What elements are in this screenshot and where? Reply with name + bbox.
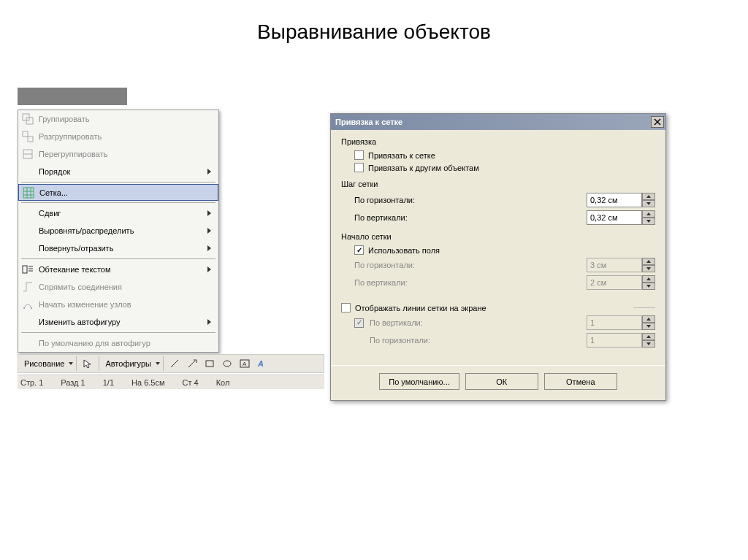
select-objects-button[interactable] bbox=[80, 356, 96, 372]
menu-item-set-defaults[interactable]: По умолчанию для автофигур bbox=[18, 334, 218, 352]
spacing-h-spinner[interactable] bbox=[587, 193, 655, 207]
origin-v-label: По вертикали: bbox=[354, 278, 582, 287]
default-button[interactable]: По умолчанию... bbox=[379, 373, 459, 390]
origin-v-input bbox=[587, 275, 642, 290]
menu-item-nudge[interactable]: Сдвиг bbox=[18, 204, 218, 222]
blank-icon bbox=[20, 205, 36, 221]
menu-item-edit-points[interactable]: Начать изменение узлов bbox=[18, 296, 218, 313]
blank-icon bbox=[20, 335, 36, 351]
toolbar-separator bbox=[76, 356, 77, 371]
snap-to-grid-row[interactable]: Привязать к сетке bbox=[354, 150, 655, 160]
chevron-right-icon bbox=[207, 169, 211, 174]
chevron-down-icon bbox=[646, 267, 651, 270]
spin-down-button[interactable] bbox=[642, 200, 655, 207]
svg-rect-11 bbox=[23, 266, 27, 273]
menu-label: Разгруппировать bbox=[39, 132, 214, 141]
status-column: Кол bbox=[216, 378, 230, 387]
display-grid-row[interactable]: Отображать линии сетки на экране bbox=[341, 303, 655, 312]
snap-to-grid-dialog: Привязка к сетке Привязка Привязать к се… bbox=[330, 113, 666, 401]
snap-to-objects-row[interactable]: Привязать к другим объектам bbox=[354, 163, 655, 172]
display-grid-checkbox[interactable] bbox=[341, 303, 351, 312]
menu-separator bbox=[21, 258, 215, 259]
edit-points-icon bbox=[20, 296, 36, 312]
spin-up-button[interactable] bbox=[642, 210, 655, 218]
svg-rect-2 bbox=[23, 131, 28, 137]
spacing-v-label: По вертикали: bbox=[354, 213, 582, 222]
grid-icon bbox=[20, 185, 37, 201]
menu-item-text-wrap[interactable]: Обтекание текстом bbox=[18, 261, 218, 278]
drawing-label: Рисование bbox=[21, 359, 67, 368]
menu-item-regroup[interactable]: Перегруппировать bbox=[18, 145, 218, 163]
use-margins-checkbox[interactable] bbox=[354, 245, 364, 255]
blank-icon bbox=[20, 240, 36, 256]
display-h-spinner bbox=[587, 333, 655, 348]
display-v-spinner bbox=[587, 315, 655, 330]
menu-item-rotate[interactable]: Повернуть/отразить bbox=[18, 239, 218, 257]
snap-to-objects-label: Привязать к другим объектам bbox=[368, 164, 479, 172]
snap-to-objects-checkbox[interactable] bbox=[354, 163, 364, 172]
display-h-input bbox=[587, 333, 642, 348]
menu-label: Перегруппировать bbox=[39, 150, 214, 158]
menu-item-reroute[interactable]: Спрямить соединения bbox=[18, 278, 218, 296]
chevron-up-icon bbox=[646, 260, 651, 263]
use-margins-row[interactable]: Использовать поля bbox=[354, 245, 655, 255]
use-margins-label: Использовать поля bbox=[368, 246, 440, 255]
chevron-down-icon bbox=[646, 325, 651, 328]
chevron-down-icon bbox=[646, 202, 651, 205]
blank-icon bbox=[20, 164, 36, 180]
chevron-up-icon bbox=[646, 318, 651, 321]
menu-item-ungroup[interactable]: Разгруппировать bbox=[18, 128, 218, 145]
spin-down-button bbox=[642, 323, 655, 330]
drawing-toolbar: Рисование Автофигуры A A bbox=[18, 354, 324, 373]
left-panel: Группировать Разгруппировать Перегруппир… bbox=[18, 88, 329, 389]
spacing-h-label: По горизонтали: bbox=[354, 196, 582, 204]
dialog-title: Привязка к сетке bbox=[335, 118, 402, 126]
dialog-button-row: По умолчанию... ОК Отмена bbox=[331, 365, 665, 400]
status-section: Разд 1 bbox=[61, 378, 85, 387]
wordart-tool-button[interactable]: A bbox=[254, 356, 270, 372]
menu-item-change-autoshape[interactable]: Изменить автофигуру bbox=[18, 313, 218, 331]
spin-down-button bbox=[642, 265, 655, 272]
spin-up-button[interactable] bbox=[642, 193, 655, 200]
autoshapes-menu-button[interactable]: Автофигуры bbox=[102, 359, 160, 368]
spin-up-button bbox=[642, 275, 655, 283]
menu-label: Порядок bbox=[39, 167, 207, 176]
ok-button[interactable]: ОК bbox=[465, 373, 538, 390]
spin-down-button[interactable] bbox=[642, 218, 655, 225]
spacing-v-input[interactable] bbox=[587, 210, 642, 225]
menu-item-align[interactable]: Выровнять/распределить bbox=[18, 222, 218, 239]
spacing-v-spinner[interactable] bbox=[587, 210, 655, 225]
spin-down-button bbox=[642, 283, 655, 290]
line-tool-button[interactable] bbox=[167, 356, 183, 372]
chevron-down-icon bbox=[156, 362, 160, 365]
menu-label: Сетка... bbox=[39, 188, 213, 197]
spacing-h-input[interactable] bbox=[587, 193, 642, 207]
snap-to-grid-checkbox[interactable] bbox=[354, 150, 364, 160]
menu-separator bbox=[21, 182, 215, 183]
svg-text:A: A bbox=[257, 359, 264, 368]
status-line: Ст 4 bbox=[183, 378, 199, 387]
menu-item-order[interactable]: Порядок bbox=[18, 163, 218, 180]
menu-label: Группировать bbox=[39, 115, 214, 123]
chevron-up-icon bbox=[646, 277, 651, 280]
context-menu: Группировать Разгруппировать Перегруппир… bbox=[18, 110, 219, 353]
menu-label: Сдвиг bbox=[39, 209, 207, 218]
toolbar-separator bbox=[163, 356, 164, 371]
menu-item-grid[interactable]: Сетка... bbox=[18, 184, 218, 201]
svg-rect-19 bbox=[206, 361, 213, 367]
rectangle-tool-button[interactable] bbox=[202, 356, 218, 372]
close-button[interactable] bbox=[651, 116, 664, 128]
drawing-menu-button[interactable]: Рисование bbox=[21, 359, 73, 368]
oval-tool-button[interactable] bbox=[219, 356, 235, 372]
chevron-down-icon bbox=[646, 342, 651, 345]
textbox-tool-button[interactable]: A bbox=[237, 356, 253, 372]
wrap-text-icon bbox=[20, 261, 36, 277]
chevron-up-icon bbox=[646, 335, 651, 338]
display-h-label: По горизонтали: bbox=[370, 336, 582, 345]
cancel-button[interactable]: Отмена bbox=[544, 373, 617, 390]
arrow-tool-button[interactable] bbox=[184, 356, 200, 372]
dialog-titlebar[interactable]: Привязка к сетке bbox=[331, 114, 665, 130]
group-spacing-label: Шаг сетки bbox=[341, 180, 655, 188]
origin-h-label: По горизонтали: bbox=[354, 261, 582, 269]
menu-item-group[interactable]: Группировать bbox=[18, 110, 218, 128]
